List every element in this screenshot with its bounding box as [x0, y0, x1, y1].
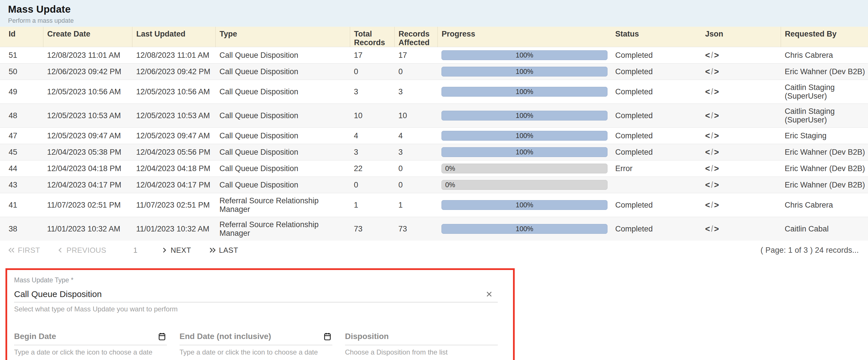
- table-row[interactable]: 48 12/05/2023 10:53 AM 12/05/2023 10:53 …: [0, 104, 868, 128]
- end-date-helper: Type a date or click the icon to choose …: [180, 348, 332, 356]
- progress-label: 100%: [516, 51, 533, 59]
- cell-requested-by: Eric Wahner (Dev B2B): [781, 63, 868, 80]
- column-header-type[interactable]: Type: [215, 27, 350, 47]
- json-code-icon[interactable]: </>: [705, 147, 719, 157]
- json-code-icon[interactable]: </>: [705, 67, 719, 76]
- pagination-first-button[interactable]: FIRST: [8, 246, 40, 255]
- table-row[interactable]: 50 12/06/2023 09:42 PM 12/06/2023 09:42 …: [0, 63, 868, 80]
- cell-type: Call Queue Disposition: [215, 128, 350, 144]
- progress-bar: 100%: [441, 87, 608, 96]
- column-header-last-updated[interactable]: Last Updated: [132, 27, 215, 47]
- json-code-icon[interactable]: </>: [705, 164, 719, 173]
- mass-update-type-field[interactable]: Call Queue Disposition: [14, 285, 498, 303]
- column-header-records-affected[interactable]: Records Affected: [394, 27, 437, 47]
- progress-bar: 100%: [441, 131, 608, 141]
- table-row[interactable]: 45 12/04/2023 05:38 PM 12/04/2023 05:56 …: [0, 144, 868, 161]
- progress-label: 100%: [516, 111, 533, 120]
- column-header-create-date[interactable]: Create Date: [43, 27, 132, 47]
- close-icon: [485, 290, 493, 299]
- end-date-picker-button[interactable]: [322, 331, 332, 341]
- cell-last-updated: 12/05/2023 10:56 AM: [132, 80, 215, 104]
- cell-last-updated: 12/08/2023 11:01 AM: [132, 47, 215, 63]
- cell-create-date: 12/04/2023 05:38 PM: [43, 144, 132, 161]
- cell-status: Completed: [611, 144, 698, 161]
- cell-json: </>: [698, 193, 781, 217]
- cell-progress: 100%: [437, 104, 611, 128]
- cell-last-updated: 11/01/2023 10:32 AM: [132, 217, 215, 241]
- progress-label: 100%: [516, 87, 533, 96]
- begin-date-picker-button[interactable]: [157, 331, 167, 341]
- disposition-input[interactable]: Disposition: [345, 330, 498, 345]
- pagination-next-button[interactable]: NEXT: [161, 246, 191, 255]
- cell-type: Call Queue Disposition: [215, 177, 350, 193]
- column-header-id[interactable]: Id: [0, 27, 43, 47]
- progress-label: 100%: [516, 148, 533, 157]
- cell-status: Completed: [611, 47, 698, 63]
- progress-bar: 0%: [441, 180, 608, 190]
- cell-type: Call Queue Disposition: [215, 144, 350, 161]
- status-text: Completed: [615, 148, 653, 157]
- table-row[interactable]: 47 12/05/2023 09:47 AM 12/05/2023 09:47 …: [0, 128, 868, 144]
- table-row[interactable]: 51 12/08/2023 11:01 AM 12/08/2023 11:01 …: [0, 47, 868, 63]
- json-code-icon[interactable]: </>: [705, 131, 719, 140]
- cell-type: Call Queue Disposition: [215, 104, 350, 128]
- begin-date-input[interactable]: Begin Date: [14, 330, 167, 345]
- calendar-icon: [323, 332, 332, 341]
- pagination-current-page[interactable]: 1: [133, 246, 137, 255]
- progress-label: 100%: [516, 201, 533, 209]
- cell-requested-by: Eric Wahner (Dev B2B): [781, 161, 868, 177]
- cell-records-affected: 17: [394, 47, 437, 63]
- json-code-icon[interactable]: </>: [705, 51, 719, 60]
- cell-total-records: 1: [350, 193, 394, 217]
- status-text: Completed: [615, 51, 653, 59]
- cell-id: 45: [0, 144, 43, 161]
- table-row[interactable]: 38 11/01/2023 10:32 AM 11/01/2023 10:32 …: [0, 217, 868, 241]
- cell-progress: 100%: [437, 47, 611, 63]
- table-header-row: IdCreate DateLast UpdatedTypeTotal Recor…: [0, 27, 868, 47]
- json-code-icon[interactable]: </>: [705, 111, 719, 120]
- cell-create-date: 12/05/2023 10:56 AM: [43, 80, 132, 104]
- cell-status: Completed: [611, 217, 698, 241]
- cell-total-records: 4: [350, 128, 394, 144]
- table-row[interactable]: 43 12/04/2023 04:17 PM 12/04/2023 04:17 …: [0, 177, 868, 193]
- cell-progress: 100%: [437, 63, 611, 80]
- table-row[interactable]: 41 11/07/2023 02:51 PM 11/07/2023 02:51 …: [0, 193, 868, 217]
- progress-label: 0%: [445, 164, 455, 173]
- column-header-json[interactable]: Json: [698, 27, 781, 47]
- cell-json: </>: [698, 63, 781, 80]
- pagination-last-button[interactable]: LAST: [209, 246, 238, 255]
- cell-total-records: 0: [350, 63, 394, 80]
- cell-total-records: 10: [350, 104, 394, 128]
- chevron-left-icon: [57, 246, 64, 254]
- table-row[interactable]: 49 12/05/2023 10:56 AM 12/05/2023 10:56 …: [0, 80, 868, 104]
- cell-create-date: 12/04/2023 04:17 PM: [43, 177, 132, 193]
- cell-json: </>: [698, 104, 781, 128]
- cell-records-affected: 1: [394, 193, 437, 217]
- json-code-icon[interactable]: </>: [705, 200, 719, 210]
- progress-bar: 100%: [441, 200, 608, 210]
- cell-type: Referral Source Relationship Manager: [215, 193, 350, 217]
- cell-progress: 100%: [437, 128, 611, 144]
- json-code-icon[interactable]: </>: [705, 224, 719, 233]
- progress-bar: 100%: [441, 67, 608, 77]
- mass-update-table: IdCreate DateLast UpdatedTypeTotal Recor…: [0, 27, 868, 241]
- clear-selection-button[interactable]: [485, 289, 494, 299]
- cell-requested-by: Eric Staging: [781, 128, 868, 144]
- column-header-total-records[interactable]: Total Records: [350, 27, 394, 47]
- json-code-icon[interactable]: </>: [705, 87, 719, 96]
- column-header-requested-by[interactable]: Requested By: [781, 27, 868, 47]
- page-title: Mass Update: [8, 3, 868, 15]
- end-date-input[interactable]: End Date (not inclusive): [180, 330, 332, 345]
- column-header-progress[interactable]: Progress: [437, 27, 611, 47]
- cell-progress: 100%: [437, 80, 611, 104]
- cell-create-date: 12/05/2023 10:53 AM: [43, 104, 132, 128]
- mass-update-type-value[interactable]: Call Queue Disposition: [14, 289, 102, 299]
- table-row[interactable]: 44 12/04/2023 04:18 PM 12/04/2023 04:18 …: [0, 161, 868, 177]
- column-header-status[interactable]: Status: [611, 27, 698, 47]
- mass-update-type-helper: Select what type of Mass Update you want…: [14, 305, 513, 313]
- status-text: Completed: [615, 225, 653, 233]
- cell-json: </>: [698, 47, 781, 63]
- status-text: Error: [615, 164, 632, 173]
- pagination-previous-button[interactable]: PREVIOUS: [57, 246, 106, 255]
- json-code-icon[interactable]: </>: [705, 180, 719, 190]
